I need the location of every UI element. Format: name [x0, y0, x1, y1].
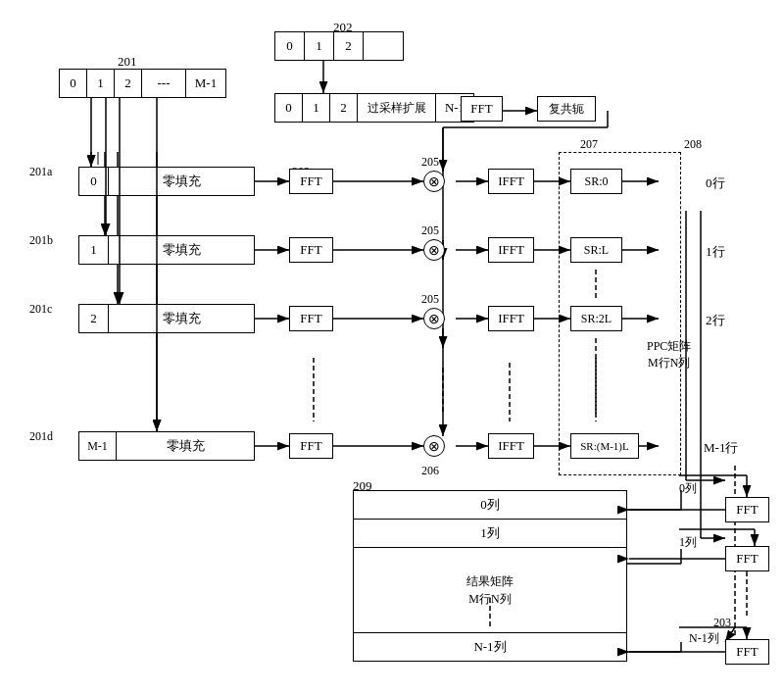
fft-coln1: FFT	[725, 639, 769, 665]
fft-col1: FFT	[725, 546, 769, 571]
diagram: 202 0 1 2 201 0 1 2 --- M-1 202a 203 204…	[0, 0, 784, 694]
zero-fill-row0: 0 零填充	[78, 167, 255, 196]
multiply-row1: ⊗	[423, 239, 445, 261]
top-seq-box: 0 1 2	[274, 31, 404, 61]
ref-205-r2: 205	[421, 292, 439, 307]
result-coln1: N-1列	[354, 633, 626, 661]
zf2-num: 2	[79, 305, 109, 332]
zf2-label: 零填充	[109, 305, 254, 332]
complex-conj: 复共轭	[537, 96, 596, 122]
zf0-label: 零填充	[109, 168, 254, 195]
ref-201: 201	[118, 54, 137, 70]
ref-205-r0: 205	[421, 155, 439, 170]
col1-top-label: 1列	[679, 534, 697, 551]
ref-208: 208	[684, 137, 702, 152]
ref-201d: 201d	[29, 429, 53, 444]
fft-row0: FFT	[289, 169, 333, 194]
ref-201c: 201c	[29, 302, 52, 317]
zfm1-num: M-1	[79, 432, 117, 460]
zf1-num: 1	[79, 236, 109, 264]
ref-206: 206	[421, 464, 439, 478]
result-col0: 0列	[354, 491, 626, 520]
seq-m1: M-1	[186, 70, 225, 97]
ifft-row2: IFFT	[488, 306, 534, 331]
ref-201b: 201b	[29, 233, 53, 248]
zf1-label: 零填充	[109, 236, 254, 264]
main-input-seq: 0 1 2 --- M-1	[59, 69, 226, 98]
ref-207: 207	[580, 137, 598, 152]
os-1: 1	[303, 94, 330, 122]
os-0: 0	[275, 94, 303, 122]
ref-201a: 201a	[29, 165, 52, 179]
row1-label: 1行	[706, 243, 725, 261]
result-matrix: 0列 1列 结果矩阵M行N列 N-1列	[353, 490, 627, 662]
ifft-row0: IFFT	[488, 169, 534, 194]
seq-1: 1	[87, 70, 115, 97]
fft-rowm1: FFT	[289, 433, 333, 459]
result-col1: 1列	[354, 520, 626, 548]
col-n1-label: N-1列	[689, 630, 719, 647]
row0-label: 0行	[706, 174, 725, 192]
zf0-num: 0	[79, 168, 109, 195]
zfm1-label: 零填充	[117, 432, 254, 460]
oversampling-label: 过采样扩展	[358, 94, 436, 122]
ifft-rowm1: IFFT	[488, 433, 534, 459]
ifft-row1: IFFT	[488, 237, 534, 263]
oversampling-row: 0 1 2 过采样扩展 N-1	[274, 93, 474, 123]
seq-dots: ---	[142, 70, 186, 97]
seq-0: 0	[60, 70, 87, 97]
fft-top: FFT	[461, 96, 503, 122]
top-seq-empty	[364, 32, 403, 60]
top-seq-2: 2	[334, 32, 364, 60]
ref-205-r1: 205	[421, 223, 439, 238]
os-2: 2	[330, 94, 358, 122]
row2-label: 2行	[706, 312, 725, 329]
fft-row2: FFT	[289, 306, 333, 331]
top-seq-0: 0	[275, 32, 305, 60]
ppc-label: PPC矩阵M行N列	[647, 338, 691, 372]
multiply-row2: ⊗	[423, 308, 445, 329]
multiply-rowm1: ⊗	[423, 435, 445, 457]
fft-col0: FFT	[725, 497, 769, 522]
ref-203-n1: 203	[713, 616, 731, 630]
ppc-dashed-box	[559, 152, 681, 475]
col0-top-label: 0列	[679, 480, 697, 497]
seq-2: 2	[115, 70, 142, 97]
fft-row1: FFT	[289, 237, 333, 263]
top-seq-1: 1	[305, 32, 334, 60]
zero-fill-row1: 1 零填充	[78, 235, 255, 265]
result-center-label: 结果矩阵M行N列	[354, 548, 626, 633]
rowm1-label: M-1行	[704, 439, 738, 457]
zero-fill-row2: 2 零填充	[78, 304, 255, 333]
zero-fill-rowm1: M-1 零填充	[78, 431, 255, 461]
multiply-row0: ⊗	[423, 171, 445, 192]
